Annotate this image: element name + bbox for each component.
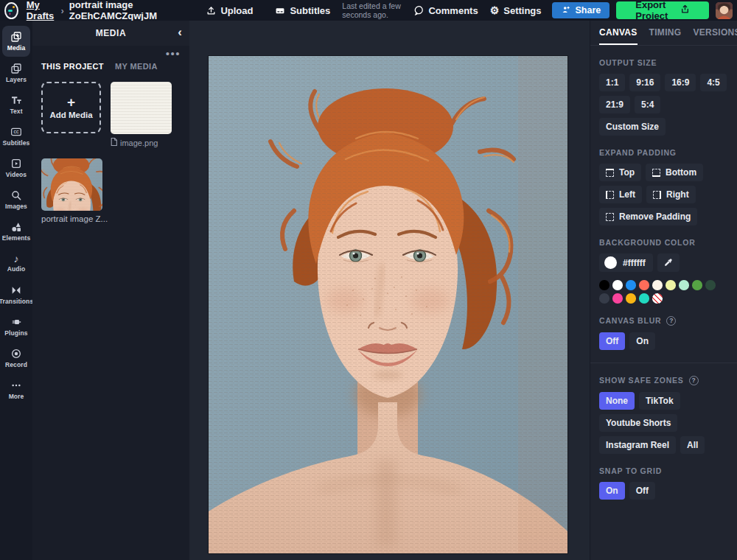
- subtitles-button[interactable]: Subtitles: [275, 5, 330, 16]
- tab-canvas[interactable]: CANVAS: [599, 27, 638, 45]
- color-swatch[interactable]: [612, 293, 623, 304]
- color-swatch[interactable]: [626, 293, 636, 304]
- color-swatch[interactable]: [692, 280, 702, 290]
- cc-icon: CC: [10, 126, 22, 138]
- color-swatch[interactable]: [639, 280, 649, 290]
- sidebar-item-images[interactable]: Images: [2, 184, 30, 215]
- sidebar-item-record[interactable]: Record: [2, 343, 30, 374]
- color-swatch[interactable]: [639, 293, 649, 304]
- canvas-image[interactable]: [209, 56, 567, 553]
- swatch-grid: [599, 280, 728, 304]
- transitions-icon: [10, 284, 22, 296]
- tab-my-media[interactable]: MY MEDIA: [115, 62, 158, 71]
- media-options-menu-icon[interactable]: •••: [41, 50, 181, 59]
- safe-zones-help-icon[interactable]: ?: [689, 376, 699, 385]
- color-swatch[interactable]: [626, 280, 636, 290]
- pad-bottom-button[interactable]: Bottom: [646, 164, 703, 181]
- plus-icon: +: [67, 96, 75, 109]
- file-icon: [111, 138, 117, 147]
- breadcrumb-my-drafts[interactable]: My Drafts: [27, 0, 56, 21]
- sidebar-item-media[interactable]: Media: [2, 26, 30, 57]
- topbar: My Drafts › portrait image ZoEhCAMCZqwjJ…: [0, 0, 737, 21]
- media-panel-header: MEDIA ‹: [32, 21, 189, 46]
- safe-zone-tiktok-button[interactable]: TikTok: [639, 392, 680, 410]
- ratio-4-5-button[interactable]: 4:5: [700, 74, 726, 91]
- add-media-button[interactable]: + Add Media: [41, 82, 101, 133]
- canvas-blur-help-icon[interactable]: ?: [666, 316, 676, 326]
- sidebar-item-plugins[interactable]: Plugins: [2, 311, 30, 342]
- share-button[interactable]: Share: [552, 2, 610, 18]
- svg-text:CC: CC: [13, 130, 19, 134]
- color-swatch[interactable]: [679, 280, 689, 290]
- sidebar-item-videos[interactable]: Videos: [2, 153, 30, 183]
- canvas-blur-label: CANVAS BLUR ?: [599, 316, 728, 326]
- media-panel-title: MEDIA: [96, 28, 127, 38]
- tab-this-project[interactable]: THIS PROJECT: [41, 62, 104, 71]
- tab-timing[interactable]: TIMING: [649, 27, 682, 45]
- right-panel-tabs: CANVAS TIMING VERSIONS: [590, 21, 737, 46]
- ratio-9-16-button[interactable]: 9:16: [629, 74, 660, 91]
- remove-padding-button[interactable]: Remove Padding: [599, 208, 697, 225]
- kapwing-logo-icon[interactable]: [4, 2, 18, 19]
- sidebar-item-elements[interactable]: Elements: [2, 216, 30, 247]
- media-thumbnail-portrait[interactable]: [41, 158, 102, 211]
- settings-button[interactable]: ⚙ Settings: [490, 5, 542, 16]
- shapes-icon: [10, 221, 22, 233]
- ratio-1-1-button[interactable]: 1:1: [599, 74, 625, 91]
- background-color-value-button[interactable]: #ffffff: [599, 253, 653, 272]
- pad-bottom-icon: [652, 169, 660, 177]
- sidebar-item-more[interactable]: More: [2, 374, 30, 405]
- sidebar-item-audio[interactable]: ♪ Audio: [2, 248, 30, 279]
- ratio-21-9-button[interactable]: 21:9: [599, 96, 630, 113]
- output-size-options: 1:1 9:16 16:9 4:5 21:9 5:4: [599, 74, 728, 113]
- upload-icon: [206, 6, 216, 15]
- tab-versions[interactable]: VERSIONS: [693, 27, 737, 45]
- safe-zone-all-button[interactable]: All: [680, 436, 705, 454]
- sidebar-item-subtitles[interactable]: CC Subtitles: [2, 121, 30, 152]
- media-thumbnail-image-png[interactable]: [111, 82, 172, 134]
- snap-off-button[interactable]: Off: [629, 482, 655, 500]
- color-swatch[interactable]: [599, 293, 609, 304]
- upload-button[interactable]: Upload: [206, 5, 253, 16]
- ratio-16-9-button[interactable]: 16:9: [665, 74, 696, 91]
- color-swatch[interactable]: [666, 280, 676, 290]
- export-project-button[interactable]: Export Project: [616, 1, 709, 19]
- ellipsis-icon: [10, 379, 22, 391]
- pad-top-button[interactable]: Top: [599, 164, 641, 181]
- search-icon: [10, 189, 22, 201]
- sidebar-item-text[interactable]: Text: [2, 89, 30, 120]
- canvas-blur-on-button[interactable]: On: [629, 332, 655, 350]
- left-toolbar: Media Layers Text: [0, 21, 32, 560]
- sidebar-item-layers[interactable]: Layers: [2, 57, 30, 88]
- canvas-workspace[interactable]: [189, 21, 590, 560]
- layers-icon: [10, 63, 22, 74]
- collapse-panel-icon[interactable]: ‹: [178, 25, 182, 40]
- comments-button[interactable]: Comments: [413, 5, 478, 16]
- avatar[interactable]: [716, 2, 733, 19]
- color-swatch[interactable]: [652, 280, 663, 290]
- pad-right-icon: [653, 191, 661, 199]
- sidebar-item-transitions[interactable]: Transitions: [2, 279, 30, 310]
- safe-zone-none-button[interactable]: None: [599, 392, 635, 410]
- media-panel: MEDIA ‹ ••• THIS PROJECT MY MEDIA + Add …: [32, 21, 189, 560]
- media-icon: [10, 31, 22, 43]
- subtitles-icon: [275, 6, 285, 15]
- breadcrumb-separator: ›: [60, 5, 63, 16]
- pad-left-button[interactable]: Left: [599, 186, 642, 203]
- ratio-5-4-button[interactable]: 5:4: [635, 96, 660, 113]
- eyedropper-button[interactable]: [657, 253, 680, 272]
- safe-zone-instagram-reel-button[interactable]: Instagram Reel: [599, 436, 676, 454]
- project-title[interactable]: portrait image ZoEhCAMCZqwjJM: [69, 0, 173, 21]
- color-swatch[interactable]: [612, 280, 623, 290]
- custom-size-button[interactable]: Custom Size: [599, 118, 666, 136]
- canvas-blur-off-button[interactable]: Off: [599, 332, 625, 350]
- snap-on-button[interactable]: On: [599, 482, 625, 500]
- color-swatch[interactable]: [705, 280, 716, 290]
- gear-icon: ⚙: [490, 5, 500, 15]
- snap-to-grid-label: SNAP TO GRID: [599, 466, 728, 475]
- transparent-swatch[interactable]: [652, 293, 663, 304]
- last-edited-status: Last edited a few seconds ago.: [342, 1, 413, 19]
- color-swatch[interactable]: [599, 280, 609, 290]
- pad-right-button[interactable]: Right: [646, 186, 696, 203]
- safe-zone-youtube-shorts-button[interactable]: Youtube Shorts: [599, 414, 677, 432]
